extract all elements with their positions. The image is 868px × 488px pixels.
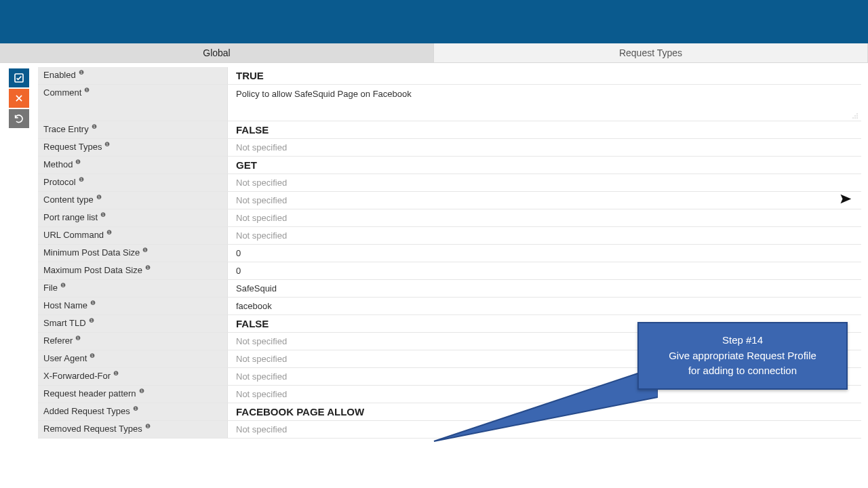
label-text: Host Name <box>43 300 87 310</box>
value-method[interactable]: GET <box>228 157 861 174</box>
info-icon[interactable]: ❶ <box>142 247 148 253</box>
value-text: Not specified <box>236 336 287 346</box>
label-smart-tld: Smart TLD❶ <box>38 315 228 332</box>
value-trace-entry[interactable]: FALSE <box>228 121 861 138</box>
label-text: User Agent <box>43 353 87 363</box>
info-icon[interactable]: ❶ <box>139 388 144 394</box>
callout-line1: Give appropriate Request Profile <box>646 348 840 364</box>
label-text: Content type <box>43 195 94 205</box>
info-icon[interactable]: ❶ <box>92 123 97 130</box>
row-content-type: Content type❶ Not specified <box>38 192 861 209</box>
label-x-forwarded-for: X-Forwarded-For❶ <box>38 368 228 385</box>
value-removed-req-types[interactable]: Not specified <box>228 421 861 438</box>
row-protocol: Protocol❶ Not specified <box>38 174 861 192</box>
info-icon[interactable]: ❶ <box>133 405 138 412</box>
label-text: Minimum Post Data Size <box>43 247 140 258</box>
label-removed-req-types: Removed Request Types❶ <box>38 421 228 438</box>
info-icon[interactable]: ❶ <box>90 300 96 306</box>
value-request-types[interactable]: Not specified <box>228 139 861 156</box>
label-text: Referer <box>43 336 73 346</box>
resize-grip-icon[interactable] <box>852 113 859 119</box>
label-text: Request header pattern <box>43 388 136 399</box>
label-trace-entry: Trace Entry❶ <box>38 121 228 138</box>
info-icon[interactable]: ❶ <box>145 423 151 430</box>
info-icon[interactable]: ❶ <box>89 317 94 324</box>
info-icon[interactable]: ❶ <box>145 264 151 271</box>
label-text: Method <box>43 159 73 169</box>
label-host-name: Host Name❶ <box>38 298 228 314</box>
info-icon[interactable]: ❶ <box>84 87 90 94</box>
label-port-range-list: Port range list❶ <box>38 209 228 226</box>
undo-icon <box>14 113 24 124</box>
info-icon[interactable]: ❶ <box>113 370 119 377</box>
row-comment: Comment❶ Policy to allow SafeSquid Page … <box>38 85 861 121</box>
row-min-post-size: Minimum Post Data Size❶ 0 <box>38 245 861 262</box>
value-comment[interactable]: Policy to allow SafeSquid Page on Facebo… <box>228 85 861 121</box>
label-file: File❶ <box>38 280 228 297</box>
value-text: Not specified <box>236 389 287 399</box>
label-text: Comment <box>43 87 81 98</box>
info-icon[interactable]: ❶ <box>79 176 84 183</box>
value-url-command[interactable]: Not specified <box>228 227 861 244</box>
info-icon[interactable]: ❶ <box>104 141 110 148</box>
value-text: Not specified <box>236 213 287 223</box>
tab-bar: Global Request Types <box>0 43 868 63</box>
info-icon[interactable]: ❶ <box>75 335 81 342</box>
header-band <box>0 0 868 43</box>
value-host-name[interactable]: facebook <box>228 298 861 314</box>
tab-request-types[interactable]: Request Types <box>434 43 868 62</box>
cancel-button[interactable] <box>9 89 29 108</box>
info-icon[interactable]: ❶ <box>60 282 66 289</box>
label-request-types: Request Types❶ <box>38 139 228 156</box>
value-text: FALSE <box>236 124 269 136</box>
info-icon[interactable]: ❶ <box>79 69 84 76</box>
callout-line2: for adding to connection <box>646 363 840 379</box>
label-url-command: URL Command❶ <box>38 227 228 244</box>
tab-global[interactable]: Global <box>0 43 434 62</box>
info-icon[interactable]: ❶ <box>96 194 102 201</box>
info-icon[interactable]: ❶ <box>90 352 95 359</box>
label-text: Trace Entry <box>43 124 89 134</box>
value-added-req-types[interactable]: FACEBOOK PAGE ALLOW <box>228 403 861 420</box>
value-text: Policy to allow SafeSquid Page on Facebo… <box>236 89 412 99</box>
send-icon[interactable] <box>840 192 852 208</box>
value-text: Not specified <box>236 371 287 382</box>
value-file[interactable]: SafeSquid <box>228 280 861 297</box>
label-protocol: Protocol❶ <box>38 174 228 191</box>
info-icon[interactable]: ❶ <box>100 211 106 218</box>
label-text: Enabled <box>43 70 76 80</box>
value-text: Not specified <box>236 230 287 241</box>
value-enabled[interactable]: TRUE <box>228 67 861 84</box>
value-text: facebook <box>236 301 272 311</box>
label-text: Protocol <box>43 177 76 187</box>
value-min-post-size[interactable]: 0 <box>228 245 861 262</box>
info-icon[interactable]: ❶ <box>75 159 81 165</box>
row-trace-entry: Trace Entry❶ FALSE <box>38 121 861 139</box>
row-request-types: Request Types❶ Not specified <box>38 139 861 157</box>
svg-point-3 <box>856 117 858 119</box>
label-text: File <box>43 283 58 293</box>
svg-point-5 <box>854 117 856 119</box>
value-max-post-size[interactable]: 0 <box>228 262 861 279</box>
value-protocol[interactable]: Not specified <box>228 174 861 191</box>
value-port-range-list[interactable]: Not specified <box>228 209 861 226</box>
svg-point-1 <box>856 113 858 115</box>
label-req-header-pattern: Request header pattern❶ <box>38 386 228 403</box>
check-icon <box>14 73 24 83</box>
label-comment: Comment❶ <box>38 85 228 121</box>
value-text: TRUE <box>236 70 264 81</box>
confirm-button[interactable] <box>9 68 29 87</box>
label-user-agent: User Agent❶ <box>38 350 228 367</box>
value-text: 0 <box>236 266 241 276</box>
row-max-post-size: Maximum Post Data Size❶ 0 <box>38 262 861 280</box>
label-referer: Referer❶ <box>38 333 228 350</box>
label-text: URL Command <box>43 230 104 240</box>
undo-button[interactable] <box>9 109 29 128</box>
row-enabled: Enabled❶ TRUE <box>38 67 861 85</box>
info-icon[interactable]: ❶ <box>106 229 112 236</box>
value-text: Not specified <box>236 195 287 205</box>
value-content-type[interactable]: Not specified <box>228 192 861 209</box>
value-text: Not specified <box>236 178 287 188</box>
label-text: Maximum Post Data Size <box>43 265 142 275</box>
row-file: File❶ SafeSquid <box>38 280 861 298</box>
